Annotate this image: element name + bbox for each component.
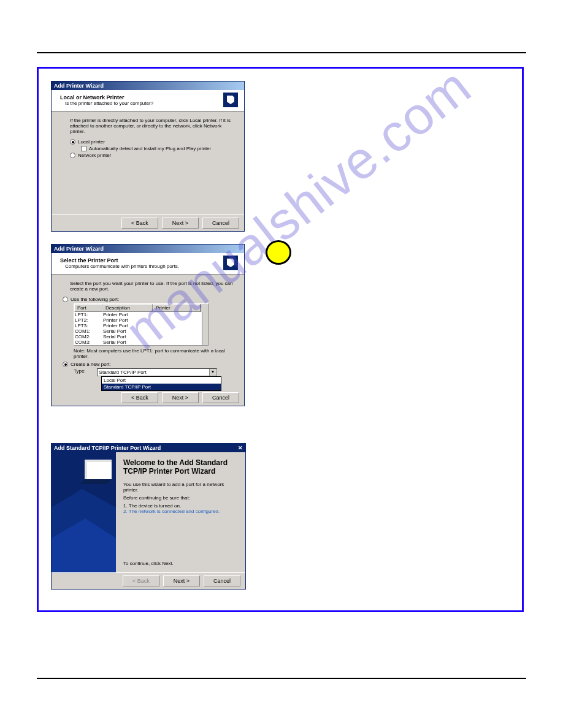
radio-create-port[interactable]: Create a new port: xyxy=(63,362,233,367)
cell-port: LPT2: xyxy=(75,317,103,323)
info-text: If the printer is directly attached to y… xyxy=(70,118,233,134)
combo-value: Standard TCP/IP Port xyxy=(99,370,147,375)
back-button[interactable]: < Back xyxy=(121,218,158,229)
cell-port: LPT3: xyxy=(75,323,103,328)
printer-icon xyxy=(223,256,238,270)
dialog-tcpip-wizard: Add Standard TCP/IP Printer Port Wizard … xyxy=(51,443,246,590)
dialog-local-network: Add Printer Wizard Local or Network Prin… xyxy=(51,81,245,232)
scrollbar[interactable] xyxy=(201,304,208,312)
wizard-banner xyxy=(52,452,116,572)
info-text: Select the port you want your printer to… xyxy=(70,281,233,292)
cell-port: LPT1: xyxy=(75,312,103,317)
cell-desc: Printer Port xyxy=(103,317,153,323)
subheading: Computers communicate with printers thro… xyxy=(60,264,179,269)
note-text: Note: Most computers use the LPT1: port … xyxy=(74,348,233,359)
cell-desc: Printer Port xyxy=(103,312,153,317)
window-title: Add Printer Wizard xyxy=(54,245,104,252)
scrollbar[interactable] xyxy=(202,312,208,345)
wizard-before: Before continuing be sure that: xyxy=(123,495,238,501)
combo-option-local[interactable]: Local Port xyxy=(102,377,221,384)
button-row: < Back Next > Cancel xyxy=(52,572,245,589)
cell-desc: Serial Port xyxy=(103,339,153,345)
cell-port: COM2: xyxy=(75,334,103,339)
th-printer: Printer xyxy=(153,304,201,312)
cell-printer xyxy=(153,339,201,345)
radio-label: Create a new port: xyxy=(71,362,111,367)
cell-desc: Printer Port xyxy=(103,323,153,328)
dialog-body: If the printer is directly attached to y… xyxy=(52,112,244,214)
radio-local-printer[interactable]: Local printer xyxy=(70,139,233,145)
type-label: Type: xyxy=(74,368,86,374)
cancel-button[interactable]: Cancel xyxy=(202,218,239,229)
table-row[interactable]: COM3:Serial Port xyxy=(74,339,202,345)
title-bar: Add Standard TCP/IP Printer Port Wizard … xyxy=(52,444,245,452)
checkbox-label: Automatically detect and install my Plug… xyxy=(89,146,211,151)
radio-label: Local printer xyxy=(78,139,105,145)
cell-printer xyxy=(153,317,201,323)
port-table[interactable]: Port Description Printer LPT1:Printer Po… xyxy=(74,303,209,346)
th-port: Port xyxy=(74,304,102,312)
table-row[interactable]: LPT3:Printer Port xyxy=(74,323,202,328)
title-bar: Add Printer Wizard xyxy=(52,245,244,253)
heading: Local or Network Printer xyxy=(60,94,124,100)
radio-icon xyxy=(70,139,75,145)
close-icon[interactable]: ✕ xyxy=(238,444,243,452)
cell-desc: Serial Port xyxy=(103,328,153,334)
subheading: Is the printer attached to your computer… xyxy=(60,100,153,106)
heading: Select the Printer Port xyxy=(60,257,118,264)
dialog-body: Select the port you want your printer to… xyxy=(52,275,244,392)
footer-rule xyxy=(37,678,526,679)
header-rule xyxy=(37,52,526,53)
cell-printer xyxy=(153,334,201,339)
cell-printer xyxy=(153,312,201,317)
combo-option-tcpip[interactable]: Standard TCP/IP Port xyxy=(102,384,221,390)
printer-icon xyxy=(223,93,238,107)
window-title: Add Standard TCP/IP Printer Port Wizard xyxy=(54,444,161,452)
wizard-content: Welcome to the Add StandardTCP/IP Printe… xyxy=(116,452,245,572)
table-row[interactable]: COM2:Serial Port xyxy=(74,334,202,339)
radio-network-printer[interactable]: Network printer xyxy=(70,153,233,158)
checkbox-autodetect[interactable]: Automatically detect and install my Plug… xyxy=(70,146,233,151)
back-button: < Back xyxy=(123,575,159,586)
title-bar: Add Printer Wizard xyxy=(52,82,244,90)
combobox-dropdown[interactable]: Local Port Standard TCP/IP Port xyxy=(101,376,221,391)
wizard-item2: 2. The network is connected and configur… xyxy=(123,509,238,514)
button-row: < Back Next > Cancel xyxy=(52,214,244,231)
dialog-header: Select the Printer Port Computers commun… xyxy=(52,253,244,275)
cell-printer xyxy=(153,328,201,334)
checkbox-icon xyxy=(81,146,86,151)
radio-label: Use the following port: xyxy=(71,297,119,302)
table-row[interactable]: COM1:Serial Port xyxy=(74,328,202,334)
radio-icon xyxy=(70,153,75,158)
wizard-item1: 1. The device is turned on. xyxy=(123,503,238,509)
radio-icon xyxy=(63,297,68,302)
radio-use-port[interactable]: Use the following port: xyxy=(63,297,233,302)
radio-icon xyxy=(63,362,68,367)
dialog-select-port: Add Printer Wizard Select the Printer Po… xyxy=(51,244,245,406)
back-button[interactable]: < Back xyxy=(121,392,158,403)
dialog-header: Local or Network Printer Is the printer … xyxy=(52,90,244,112)
cell-port: COM1: xyxy=(75,328,103,334)
th-description: Description xyxy=(102,304,153,312)
next-button[interactable]: Next > xyxy=(162,392,199,403)
blue-frame: Add Printer Wizard Local or Network Prin… xyxy=(37,67,524,612)
svg-marker-5 xyxy=(80,479,112,484)
cell-port: COM3: xyxy=(75,339,103,345)
cancel-button[interactable]: Cancel xyxy=(202,392,239,403)
cancel-button[interactable]: Cancel xyxy=(204,575,240,586)
yellow-callout-circle xyxy=(266,240,291,265)
svg-rect-3 xyxy=(85,460,112,479)
next-button[interactable]: Next > xyxy=(162,218,199,229)
next-button[interactable]: Next > xyxy=(163,575,200,586)
window-title: Add Printer Wizard xyxy=(54,82,104,89)
table-row[interactable]: LPT2:Printer Port xyxy=(74,317,202,323)
cell-printer xyxy=(153,323,201,328)
wizard-heading: Welcome to the Add StandardTCP/IP Printe… xyxy=(123,458,238,476)
wizard-continue: To continue, click Next. xyxy=(123,561,174,566)
wizard-intro: You use this wizard to add a port for a … xyxy=(123,482,238,493)
button-row: < Back Next > Cancel xyxy=(52,392,244,406)
radio-label: Network printer xyxy=(78,153,111,158)
port-type-combobox[interactable]: Standard TCP/IP Port ▾ xyxy=(97,368,217,376)
chevron-down-icon: ▾ xyxy=(209,369,216,376)
table-row[interactable]: LPT1:Printer Port xyxy=(74,312,202,317)
